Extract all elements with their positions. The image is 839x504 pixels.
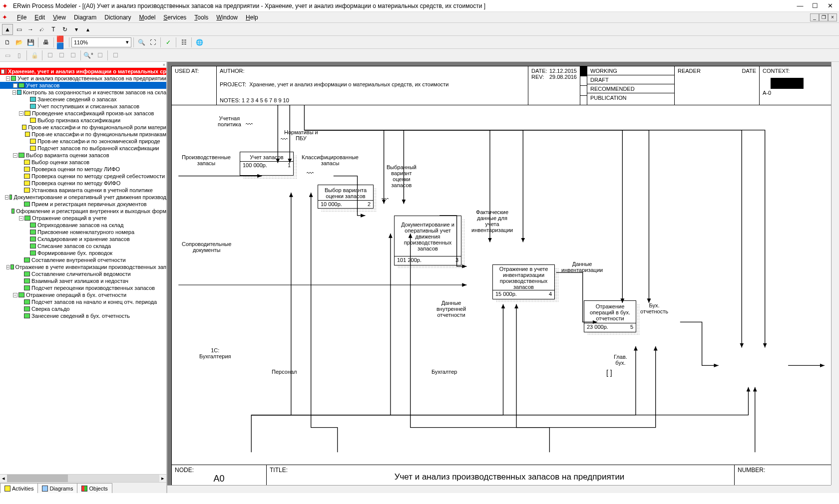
menu-edit[interactable]: Edit <box>30 13 49 22</box>
tree-item[interactable]: −Учет и анализ производственных запасов … <box>0 75 166 82</box>
tb3-2[interactable]: ▯ <box>13 50 24 61</box>
tree-item[interactable]: Выбор признака классификации <box>0 117 166 124</box>
new-button[interactable]: 🗋 <box>2 37 13 48</box>
tree-item[interactable]: Установка варианта оценки в учетной поли… <box>0 187 166 194</box>
tree-item[interactable]: Подсчет переоценки производственных запа… <box>0 284 166 291</box>
pointer-tool[interactable]: ▲ <box>2 24 13 35</box>
diagram-hscrollbar[interactable] <box>167 485 831 493</box>
report-button[interactable]: ☷ <box>178 37 189 48</box>
tree-item[interactable]: Оприходование запасов на склад <box>0 222 166 229</box>
menu-services[interactable]: Services <box>159 13 190 22</box>
box-5[interactable]: Отражение операций в бух. отчетности 23 … <box>584 300 636 332</box>
tb3-lock[interactable]: 🔒 <box>29 50 40 61</box>
minimize-button[interactable]: — <box>793 1 807 11</box>
menu-view[interactable]: View <box>49 13 70 22</box>
tree-item[interactable]: Пров-ие классифи-и по экономической прир… <box>0 138 166 145</box>
tree-root[interactable]: −Хранение, учет и анализ информации о ма… <box>0 68 166 75</box>
box-1[interactable]: Учет запасов 100 000р.1 <box>240 152 294 176</box>
menu-file[interactable]: File <box>13 13 30 22</box>
zoom-in-button[interactable]: 🔍 <box>136 37 147 48</box>
arrow-tool[interactable]: → <box>25 24 36 35</box>
label-normativy: Нормативы и ПБУ <box>284 129 318 141</box>
tree-item[interactable]: Присвоение номенклатурного номера <box>0 229 166 236</box>
print-button[interactable]: 🖶 <box>40 37 51 48</box>
text-tool[interactable]: T <box>48 24 59 35</box>
tree-item[interactable]: Составление внутренней отчетности <box>0 256 166 263</box>
tree-item[interactable]: −Проведение классификаций произв-ых запа… <box>0 110 166 117</box>
menu-window[interactable]: Window <box>212 13 242 22</box>
close-button[interactable]: ✕ <box>823 1 837 11</box>
mdi-close[interactable]: × <box>828 13 837 21</box>
tab-activities[interactable]: Activities <box>0 483 38 493</box>
tree-item[interactable]: Оформление и регистрация внутренних и вы… <box>0 208 166 215</box>
zoom-combo[interactable]: 110%▾ <box>71 37 131 47</box>
tree-item[interactable]: Проверка оценки по методу средней себест… <box>0 173 166 180</box>
squiggle-icon: 〰 <box>246 120 253 128</box>
menu-dictionary[interactable]: Dictionary <box>100 13 135 22</box>
squiggle-tool[interactable]: ꩻ <box>36 24 47 35</box>
diagram-vscrollbar[interactable] <box>831 62 839 485</box>
tab-objects[interactable]: Objects <box>77 483 112 493</box>
tree-scroll[interactable]: −Хранение, учет и анализ информации о ма… <box>0 68 166 474</box>
doc-icon: ✦ <box>2 13 10 21</box>
drill-up-tool[interactable]: ▴ <box>82 24 93 35</box>
tree-item[interactable]: Подсчет запасов на начало и конец отч. п… <box>0 298 166 305</box>
tb3-4[interactable]: ☐ <box>56 50 67 61</box>
tree-item[interactable]: Взаимный зачет излишков и недостач <box>0 277 166 284</box>
tree-item[interactable]: −Выбор варианта оценки запасов <box>0 152 166 159</box>
world-button[interactable]: 🌐 <box>194 37 205 48</box>
tree-item[interactable]: Составление сличительной ведомости <box>0 270 166 277</box>
tree-item[interactable]: Прием и регистрация первичных документов <box>0 201 166 208</box>
box-2[interactable]: Выбор варианта оценки запасов 10 000р.2 <box>318 185 374 209</box>
tree-item[interactable]: −Отражение операций в бух. отчетности <box>0 291 166 298</box>
tree-item[interactable]: Занесение сведений в бух. отчетность <box>0 312 166 319</box>
tree-item[interactable]: −Отражение в учете инвентаризации произв… <box>0 263 166 270</box>
tree-item[interactable]: −Документирование и оперативный учет дви… <box>0 194 166 201</box>
drill-down-tool[interactable]: ▾ <box>71 24 82 35</box>
tree-item[interactable]: Складирование и хранение запасов <box>0 236 166 243</box>
tree-panel: × −Хранение, учет и анализ информации о … <box>0 62 167 493</box>
tree-item[interactable]: Занесение сведений о запасах <box>0 96 166 103</box>
tb3-8[interactable]: ☐ <box>110 50 121 61</box>
tree-item[interactable]: Списание запасов со склада <box>0 243 166 250</box>
check-button[interactable]: ✓ <box>163 37 174 48</box>
tb3-6[interactable]: 🔍° <box>83 50 94 61</box>
hdr-context: CONTEXT: A-0 <box>760 66 835 105</box>
mdi-restore[interactable]: ❐ <box>819 13 828 21</box>
tb3-5[interactable]: ☐ <box>67 50 78 61</box>
tree-item[interactable]: −Отражение операций в учете <box>0 215 166 222</box>
open-button[interactable]: 📂 <box>13 37 24 48</box>
tree-item[interactable]: −Контроль за сохранностью и качеством за… <box>0 89 166 96</box>
tab-diagrams[interactable]: Diagrams <box>37 483 77 493</box>
tree-item[interactable]: Учет поступивших и списанных запасов <box>0 103 166 110</box>
tree-item[interactable]: Выбор оценки запасов <box>0 159 166 166</box>
maximize-button[interactable]: ☐ <box>808 1 822 11</box>
mdi-minimize[interactable]: _ <box>810 13 819 21</box>
menu-diagram[interactable]: Diagram <box>70 13 100 22</box>
box-4[interactable]: Отражение в учете инвентаризации произво… <box>492 264 555 299</box>
tree-item[interactable]: Сверка сальдо <box>0 305 166 312</box>
tree-close-icon[interactable]: × <box>163 62 165 67</box>
tb3-3[interactable]: ☐ <box>44 50 55 61</box>
tree-item[interactable]: Проверка оценки по методу ЛИФО <box>0 166 166 173</box>
box-3[interactable]: Документирование и оперативный учет движ… <box>394 216 461 265</box>
menu-tools[interactable]: Tools <box>190 13 212 22</box>
color-button[interactable]: 🟥🟦 <box>56 37 67 48</box>
tree-item[interactable]: Подсчет запасов по выбранной классификац… <box>0 145 166 152</box>
tree-item[interactable]: Пров-ие классифи-и по функциональной рол… <box>0 124 166 131</box>
diagram-page[interactable]: USED AT: AUTHOR: PROJECT: Хранение, учет… <box>171 66 835 489</box>
tree-hscrollbar[interactable]: ◂▸ <box>0 474 166 482</box>
tree-item-selected[interactable]: −Учет запасов <box>0 82 166 89</box>
refresh-tool[interactable]: ↻ <box>59 24 70 35</box>
save-button[interactable]: 💾 <box>25 37 36 48</box>
tree-item[interactable]: Пров-ие классифи-и по функциональным при… <box>0 131 166 138</box>
box-tool[interactable]: ▭ <box>13 24 24 35</box>
menu-help[interactable]: Help <box>242 13 262 22</box>
menu-model[interactable]: Model <box>135 13 160 22</box>
tb3-1[interactable]: ▭ <box>2 50 13 61</box>
tree-item[interactable]: Проверка оценки по методу ФИФО <box>0 180 166 187</box>
tb3-7[interactable]: ☐ <box>94 50 105 61</box>
zoom-fit-button[interactable]: ⛶ <box>147 37 158 48</box>
diagram-canvas[interactable]: Учетная политика Нормативы и ПБУ Произво… <box>172 105 835 465</box>
tree-item[interactable]: Формирование бух. проводок <box>0 250 166 256</box>
